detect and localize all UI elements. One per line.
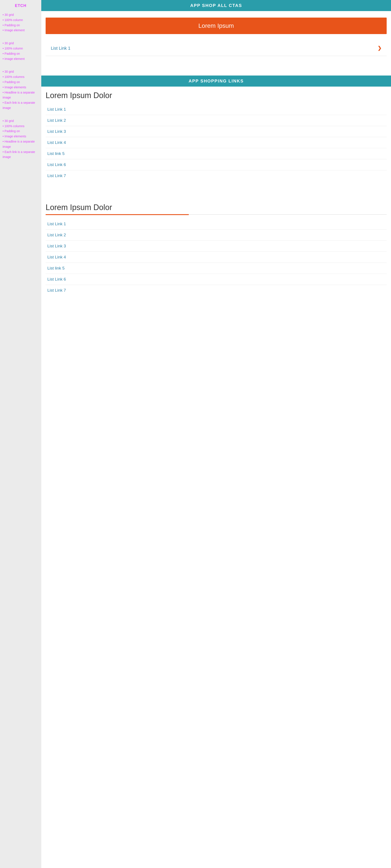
lorem-ipsum-cta-button[interactable]: Lorem Ipsum (46, 18, 387, 34)
spacer-2 (41, 67, 391, 75)
sidebar-item: Image elements (3, 134, 39, 139)
headline-underline-accent (46, 214, 189, 215)
list-item[interactable]: List Link 7 (46, 170, 387, 181)
sidebar-item: Each link is a separate image (3, 150, 39, 160)
underline-headline-wrapper: Lorem Ipsum Dolor (46, 203, 387, 215)
shopping-links-block-1: Lorem Ipsum Dolor List Link 1 List Link … (41, 87, 391, 190)
section-header-shopping-links: APP SHOPPING LINKS (41, 75, 391, 87)
sidebar-item: 30 grid (3, 69, 39, 74)
list-item[interactable]: List Link 4 (46, 252, 387, 263)
main-content: APP SHOP ALL CTAS Lorem Ipsum List Link … (41, 0, 391, 868)
sidebar-item: 100% columns (3, 74, 39, 80)
list-item[interactable]: List Link 4 (46, 137, 387, 148)
sidebar-item: Headline is a separate image (3, 90, 39, 100)
block-2-link-list: List Link 1 List Link 2 List Link 3 List… (46, 219, 387, 296)
sidebar-section-1: 30 grid 100% column Padding on Image ele… (3, 12, 39, 33)
list-item[interactable]: List link 5 (46, 148, 387, 159)
sidebar-item: Image elements (3, 85, 39, 90)
list-item[interactable]: List Link 1 (46, 219, 387, 229)
sidebar-title: ETCH (3, 3, 39, 8)
spacer-3 (41, 190, 391, 198)
list-item[interactable]: List Link 6 (46, 274, 387, 285)
sidebar-item: Padding on (3, 23, 39, 28)
sidebar-item: Image element (3, 28, 39, 33)
sidebar-section-1-list: 30 grid 100% column Padding on Image ele… (3, 12, 39, 33)
block-1-link-list: List Link 1 List Link 2 List Link 3 List… (46, 104, 387, 181)
sidebar: ETCH 30 grid 100% column Padding on Imag… (0, 0, 41, 868)
spacer-1 (41, 58, 391, 67)
sidebar-section-3: 30 grid 100% columns Padding on Image el… (3, 69, 39, 111)
sidebar-item: Padding on (3, 51, 39, 56)
section-header-shop-all-ctas: APP SHOP ALL CTAS (41, 0, 391, 11)
list-item[interactable]: List Link 1 (46, 104, 387, 115)
list-item[interactable]: List Link 3 (46, 126, 387, 137)
sidebar-item: 100% column (3, 18, 39, 23)
sidebar-item: Padding on (3, 129, 39, 134)
sidebar-item: 30 grid (3, 119, 39, 124)
sidebar-section-3-list: 30 grid 100% columns Padding on Image el… (3, 69, 39, 111)
list-item[interactable]: List Link 3 (46, 241, 387, 252)
list-item[interactable]: List Link 2 (46, 229, 387, 241)
sidebar-item: 30 grid (3, 12, 39, 18)
sidebar-item: 100% column (3, 46, 39, 51)
sidebar-item: 30 grid (3, 41, 39, 46)
chevron-right-icon: ❯ (378, 45, 382, 51)
sidebar-item: Headline is a separate image (3, 139, 39, 150)
sidebar-section-4: 30 grid 100% columns Padding on Image el… (3, 119, 39, 160)
sidebar-item: 100% columns (3, 124, 39, 129)
list-item[interactable]: List Link 7 (46, 285, 387, 296)
list-link-label: List Link 1 (51, 46, 71, 51)
list-item[interactable]: List link 5 (46, 263, 387, 274)
sidebar-item: Each link is a separate image (3, 100, 39, 111)
block-1-headline: Lorem Ipsum Dolor (46, 91, 387, 100)
sidebar-section-4-list: 30 grid 100% columns Padding on Image el… (3, 119, 39, 160)
sidebar-item: Image element (3, 56, 39, 62)
list-link-single-item[interactable]: List Link 1 ❯ (46, 40, 387, 56)
block-2-headline: Lorem Ipsum Dolor (46, 203, 387, 215)
list-item[interactable]: List Link 6 (46, 159, 387, 170)
list-item[interactable]: List Link 2 (46, 115, 387, 126)
sidebar-item: Padding on (3, 80, 39, 85)
sidebar-section-2-list: 30 grid 100% column Padding on Image ele… (3, 41, 39, 61)
sidebar-section-2: 30 grid 100% column Padding on Image ele… (3, 41, 39, 61)
shopping-links-block-2: Lorem Ipsum Dolor List Link 1 List Link … (41, 198, 391, 305)
